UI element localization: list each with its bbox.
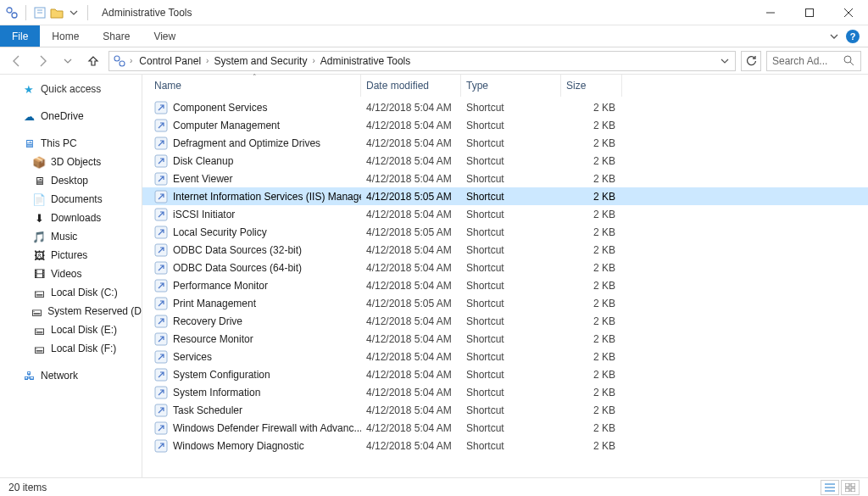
sidebar-item[interactable]: 🎞Videos <box>0 265 142 283</box>
icons-view-button[interactable] <box>841 480 860 495</box>
properties-icon[interactable] <box>33 6 47 20</box>
cell-name: ODBC Data Sources (32-bit) <box>149 243 361 257</box>
maximize-button[interactable] <box>790 0 829 25</box>
cell-size: 2 KB <box>561 440 622 452</box>
cell-type: Shortcut <box>461 369 561 381</box>
close-button[interactable] <box>829 0 868 25</box>
file-name: Internet Information Services (IIS) Mana… <box>173 191 361 203</box>
sidebar-item-this-pc[interactable]: 🖥 This PC <box>0 134 142 153</box>
tab-share[interactable]: Share <box>91 25 142 47</box>
table-row[interactable]: Print Management4/12/2018 5:05 AMShortcu… <box>142 294 868 312</box>
forward-button[interactable] <box>32 51 53 71</box>
column-header-name[interactable]: ˄ Name <box>149 75 361 97</box>
qat-dropdown-icon[interactable] <box>67 6 81 20</box>
history-dropdown-icon[interactable] <box>58 51 78 71</box>
details-view-button[interactable] <box>821 480 839 495</box>
sidebar-item[interactable]: 🖴Local Disk (F:) <box>0 339 142 358</box>
column-header-date[interactable]: Date modified <box>361 75 461 97</box>
table-row[interactable]: Component Services4/12/2018 5:04 AMShort… <box>142 98 868 116</box>
cell-size: 2 KB <box>561 351 622 363</box>
shortcut-icon <box>154 137 168 150</box>
table-row[interactable]: Event Viewer4/12/2018 5:04 AMShortcut2 K… <box>142 170 868 187</box>
cell-date: 4/12/2018 5:05 AM <box>361 226 461 238</box>
sidebar-item[interactable]: 🖴System Reserved (D <box>0 302 142 320</box>
sidebar-item-network[interactable]: 🖧 Network <box>0 366 142 385</box>
table-row[interactable]: Services4/12/2018 5:04 AMShortcut2 KB <box>142 348 868 365</box>
search-input[interactable]: Search Ad... <box>766 51 861 71</box>
sidebar-item[interactable]: 📄Documents <box>0 190 142 209</box>
sidebar-item[interactable]: 🖴Local Disk (E:) <box>0 320 142 339</box>
table-row[interactable]: Disk Cleanup4/12/2018 5:04 AMShortcut2 K… <box>142 152 868 170</box>
cell-size: 2 KB <box>561 226 622 238</box>
table-row[interactable]: System Information4/12/2018 5:04 AMShort… <box>142 383 868 401</box>
navigation-pane[interactable]: ★ Quick access ☁ OneDrive 🖥 This PC 📦3D … <box>0 75 142 477</box>
cell-size: 2 KB <box>561 120 622 131</box>
table-row[interactable]: Local Security Policy4/12/2018 5:05 AMSh… <box>142 223 868 241</box>
column-headers: ˄ Name Date modified Type Size <box>142 75 868 97</box>
cell-date: 4/12/2018 5:04 AM <box>361 333 461 345</box>
cell-size: 2 KB <box>561 387 622 398</box>
breadcrumb[interactable]: Administrative Tools <box>317 55 415 67</box>
window-controls <box>751 0 868 25</box>
file-rows[interactable]: Component Services4/12/2018 5:04 AMShort… <box>142 97 868 477</box>
cell-date: 4/12/2018 5:04 AM <box>361 137 461 149</box>
chevron-right-icon[interactable]: › <box>204 56 210 65</box>
cell-type: Shortcut <box>461 191 561 203</box>
cell-name: Task Scheduler <box>149 404 361 417</box>
cell-size: 2 KB <box>561 209 622 220</box>
sidebar-item[interactable]: 🖥Desktop <box>0 171 142 190</box>
address-dropdown-icon[interactable] <box>718 54 732 68</box>
sidebar-item-label: Music <box>51 231 77 242</box>
up-button[interactable] <box>83 51 103 71</box>
sidebar-item[interactable]: 🖼Pictures <box>0 246 142 265</box>
ribbon-collapse-icon[interactable] <box>829 31 839 42</box>
table-row[interactable]: Windows Defender Firewall with Advanc...… <box>142 419 868 437</box>
table-row[interactable]: iSCSI Initiator4/12/2018 5:04 AMShortcut… <box>142 205 868 223</box>
table-row[interactable]: Resource Monitor4/12/2018 5:04 AMShortcu… <box>142 330 868 348</box>
sidebar-item[interactable]: 📦3D Objects <box>0 153 142 171</box>
cell-name: System Configuration <box>149 368 361 382</box>
table-row[interactable]: Performance Monitor4/12/2018 5:04 AMShor… <box>142 276 868 294</box>
column-header-size[interactable]: Size <box>561 75 622 97</box>
breadcrumb[interactable]: Control Panel <box>136 55 204 67</box>
cell-name: Print Management <box>149 297 361 310</box>
shortcut-icon <box>154 439 168 453</box>
sidebar-item-label: This PC <box>41 137 77 149</box>
cell-size: 2 KB <box>561 137 622 149</box>
column-header-type[interactable]: Type <box>461 75 561 97</box>
table-row[interactable]: Defragment and Optimize Drives4/12/2018 … <box>142 134 868 152</box>
sidebar-item-quick-access[interactable]: ★ Quick access <box>0 80 142 98</box>
breadcrumb[interactable]: System and Security <box>210 55 310 67</box>
table-row[interactable]: Windows Memory Diagnostic4/12/2018 5:04 … <box>142 437 868 454</box>
minimize-button[interactable] <box>751 0 790 25</box>
refresh-button[interactable] <box>741 51 761 71</box>
table-row[interactable]: System Configuration4/12/2018 5:04 AMSho… <box>142 365 868 383</box>
address-bar[interactable]: › Control Panel›System and Security›Admi… <box>108 51 736 71</box>
table-row[interactable]: ODBC Data Sources (64-bit)4/12/2018 5:04… <box>142 259 868 276</box>
table-row[interactable]: Computer Management4/12/2018 5:04 AMShor… <box>142 116 868 134</box>
tab-file[interactable]: File <box>0 25 40 47</box>
chevron-right-icon[interactable]: › <box>310 56 316 65</box>
shortcut-icon <box>154 243 168 257</box>
cell-type: Shortcut <box>461 298 561 309</box>
table-row[interactable]: Internet Information Services (IIS) Mana… <box>142 187 868 205</box>
cell-size: 2 KB <box>561 102 622 114</box>
sidebar-item[interactable]: ⬇Downloads <box>0 209 142 227</box>
sidebar-item[interactable]: 🎵Music <box>0 227 142 246</box>
svg-point-0 <box>7 8 12 13</box>
chevron-right-icon[interactable]: › <box>128 56 134 65</box>
table-row[interactable]: ODBC Data Sources (32-bit)4/12/2018 5:04… <box>142 241 868 259</box>
svg-point-1 <box>12 13 17 18</box>
cell-date: 4/12/2018 5:04 AM <box>361 387 461 398</box>
newfolder-icon[interactable] <box>50 6 64 20</box>
sidebar-item[interactable]: 🖴Local Disk (C:) <box>0 283 142 302</box>
tab-home[interactable]: Home <box>40 25 91 47</box>
tab-view[interactable]: View <box>142 25 187 47</box>
table-row[interactable]: Task Scheduler4/12/2018 5:04 AMShortcut2… <box>142 401 868 419</box>
help-button[interactable]: ? <box>846 30 860 43</box>
back-button[interactable] <box>7 51 27 71</box>
table-row[interactable]: Recovery Drive4/12/2018 5:04 AMShortcut2… <box>142 312 868 330</box>
sidebar-item-onedrive[interactable]: ☁ OneDrive <box>0 107 142 125</box>
shortcut-icon <box>154 172 168 186</box>
cell-size: 2 KB <box>561 280 622 292</box>
